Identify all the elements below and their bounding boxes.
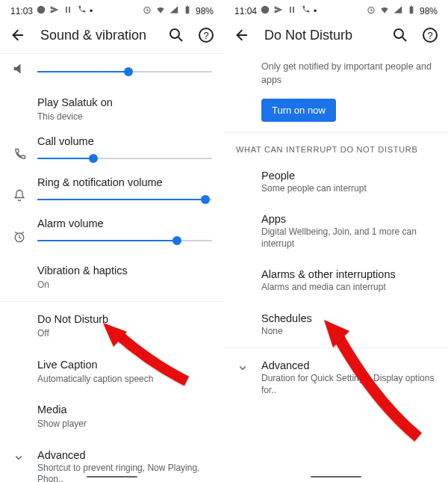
dnd-intro-text: Only get notified by important people an… [224,53,448,90]
battery-icon [182,4,193,17]
call-volume-label: Call volume [37,135,212,149]
phone-volume-icon [12,147,27,165]
whatsapp-icon [260,4,270,17]
dot-icon: • [314,6,317,16]
schedules-item[interactable]: Schedules None [224,303,448,346]
ring-volume-row[interactable]: Ring & notification volume [0,173,224,214]
signal-icon [169,4,179,17]
people-item[interactable]: People Some people can interrupt [224,160,448,203]
nav-handle[interactable] [311,476,361,478]
media-item[interactable]: Media Show player [0,394,224,439]
alarm-status-icon [366,4,376,17]
wifi-icon [379,4,390,17]
alarm-volume-row[interactable]: Alarm volume [0,214,224,255]
live-caption-sub: Automatically caption speech [37,374,212,386]
svg-text:?: ? [203,30,208,41]
people-label: People [261,169,436,183]
phone-icon [76,4,87,17]
back-button[interactable] [9,26,27,44]
screen-sound-vibration: 11:03 • 98% Sound & vibration ? [0,0,224,482]
ring-volume-label: Ring & notification volume [37,176,212,190]
svg-rect-2 [69,7,70,13]
search-button[interactable] [167,26,185,44]
app-bar: Sound & vibration ? [0,20,224,54]
search-button[interactable] [391,26,409,44]
call-volume-row[interactable]: Call volume [0,132,224,173]
play-on-sub: This device [37,111,212,123]
status-bar: 11:03 • 98% [0,0,224,20]
chevron-down-icon [12,451,25,467]
svg-point-6 [170,29,179,38]
alarm-volume-label: Alarm volume [37,217,212,231]
separator [0,301,224,302]
svg-text:?: ? [427,30,432,41]
help-button[interactable]: ? [197,26,215,44]
nav-handle[interactable] [87,476,137,478]
dnd-sub: Off [37,328,212,340]
advanced-item[interactable]: Advanced Duration for Quick Settings, Di… [224,350,448,405]
svg-point-17 [394,29,403,38]
status-time: 11:04 [234,6,257,16]
wifi-icon [155,4,166,17]
speaker-icon [12,61,27,79]
ring-volume-slider[interactable] [37,193,212,206]
help-button[interactable]: ? [421,26,439,44]
status-battery: 98% [420,6,438,16]
turn-on-now-button[interactable]: Turn on now [261,99,336,122]
schedules-sub: None [261,326,436,338]
send-icon [273,4,284,17]
play-on-item[interactable]: Play Salatuk on This device [0,87,224,132]
advanced-label: Advanced [261,359,436,373]
svg-rect-4 [186,7,190,13]
page-title: Sound & vibration [40,28,155,43]
call-volume-slider[interactable] [37,152,212,165]
battery-icon [406,4,417,17]
app-bar: Do Not Disturb ? [224,20,448,53]
svg-rect-12 [290,7,291,13]
alarm-volume-slider[interactable] [37,234,212,247]
alarm-icon [12,229,27,247]
vibration-sub: On [37,279,212,291]
alarms-label: Alarms & other interruptions [261,268,436,282]
pause-icon [63,4,73,17]
live-caption-label: Live Caption [37,358,212,372]
status-bar: 11:04 • 98% [224,0,448,20]
vibration-label: Vibration & haptics [37,264,212,278]
advanced-sub: Duration for Quick Settings, Display opt… [261,373,436,396]
dot-icon: • [90,6,93,16]
advanced-sub: Shortcut to prevent ringing, Now Playing… [37,463,212,482]
status-time: 11:03 [10,6,33,16]
media-volume-row[interactable] [0,54,224,87]
vibration-item[interactable]: Vibration & haptics On [0,255,224,300]
svg-point-0 [37,6,46,14]
page-title: Do Not Disturb [264,28,379,43]
whatsapp-icon [36,4,46,17]
dnd-item[interactable]: Do Not Disturb Off [0,303,224,348]
phone-icon [300,4,311,17]
media-volume-slider[interactable] [37,65,212,78]
apps-sub: Digital Wellbeing, Join, and 1 more can … [261,226,436,250]
svg-rect-1 [66,7,67,13]
content: Play Salatuk on This device Call volume … [0,54,224,482]
back-button[interactable] [233,26,251,44]
svg-rect-16 [411,6,412,7]
send-icon [49,4,60,17]
svg-rect-13 [293,7,294,13]
schedules-label: Schedules [261,312,436,326]
status-battery: 98% [196,6,214,16]
apps-item[interactable]: Apps Digital Wellbeing, Join, and 1 more… [224,203,448,259]
separator [224,347,448,348]
apps-label: Apps [261,212,436,226]
play-on-label: Play Salatuk on [37,96,212,110]
screen-do-not-disturb: 11:04 • 98% Do Not Disturb ? Only get no… [224,0,448,482]
bell-icon [12,188,27,206]
chevron-down-icon [236,361,249,377]
pause-icon [287,4,297,17]
alarms-item[interactable]: Alarms & other interruptions Alarms and … [224,259,448,302]
people-sub: Some people can interrupt [261,183,436,195]
media-sub: Show player [37,418,212,430]
svg-rect-15 [410,7,414,13]
media-label: Media [37,403,212,417]
alarm-status-icon [142,4,152,17]
live-caption-item[interactable]: Live Caption Automatically caption speec… [0,349,224,394]
